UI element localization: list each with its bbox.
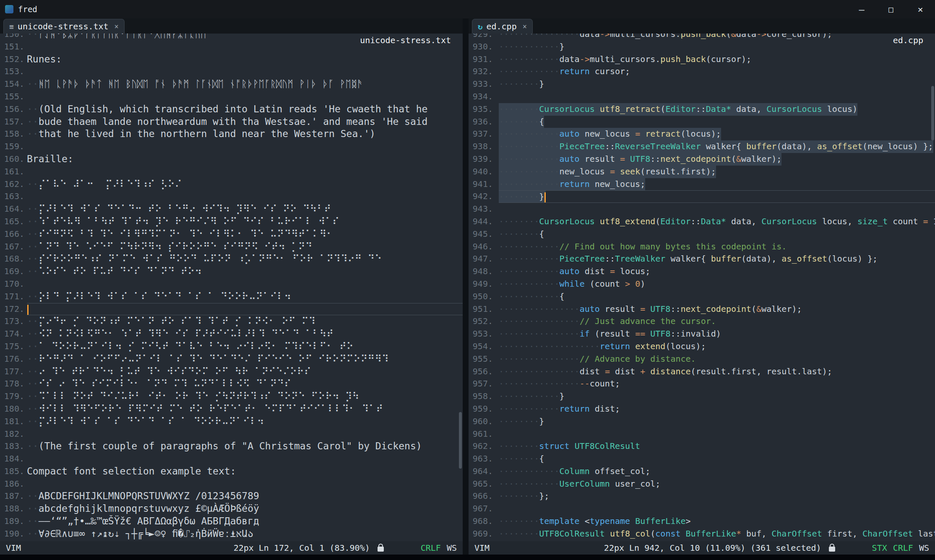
code-line[interactable]: ········}; xyxy=(499,490,935,503)
code-line[interactable]: ········{ xyxy=(499,116,935,128)
code-line[interactable]: ··⠩⠁⠇⠇ ⠝⠕⠞ ⠙⠊⠌⠥⠗⠃ ⠊⠞⠂ ⠕⠗ ⠹⠑ ⡊⠳⠝⠞⠗⠹⠰⠎ ⠙⠕⠝… xyxy=(27,390,463,403)
code-line[interactable]: ················if (result == UTF8::inva… xyxy=(499,328,935,340)
code-line[interactable]: ··⡎⠊⠗⠕⠕⠛⠑⠰⠎ ⠝⠁⠍⠑ ⠺⠁⠎ ⠛⠕⠕⠙ ⠥⠏⠕⠝ ⠰⡡⠁⠝⠛⠑⠂ ⠋… xyxy=(27,253,463,265)
code-line[interactable]: ············while (count > 0) xyxy=(499,278,935,290)
code-line[interactable]: ··⠺⠊⠇⠇ ⠹⠻⠑⠋⠕⠗⠑ ⠏⠻⠍⠊⠞ ⠍⠑ ⠞⠕ ⠗⠑⠏⠑⠁⠞⠂ ⠑⠍⠏⠙⠁… xyxy=(27,403,463,415)
code-line[interactable]: ··(Old English, which transcribed into L… xyxy=(27,103,463,116)
tab-close-icon[interactable]: × xyxy=(115,22,119,31)
code-line[interactable]: ········{ xyxy=(499,228,935,241)
code-line[interactable]: ··ABCDEFGHIJKLMNOPQRSTUVWXYZ /0123456789 xyxy=(27,490,463,503)
code-line[interactable]: ················--count; xyxy=(499,378,935,390)
code-line[interactable]: ············PieceTree::ReverseTreeWalker… xyxy=(499,140,935,153)
code-line[interactable]: ············auto result = UTF8::next_cod… xyxy=(499,153,935,166)
code-line[interactable]: ··ᚻᛖ ᚳᚹᚫᚦ ᚦᚫᛏ ᚻᛖ ᛒᚢᛞᛖ ᚩᚾ ᚦᚫᛗ ᛚᚪᚾᛞᛖ ᚾᚩᚱᚦᚹ… xyxy=(27,78,463,91)
code-line[interactable]: ··⠪⠝ ⠅⠝⠪⠇⠫⠛⠑⠂ ⠱⠁⠞ ⠹⠻⠑ ⠊⠎ ⠏⠜⠞⠊⠊⠥⠇⠜⠇⠹ ⠙⠑⠁⠙… xyxy=(27,328,463,340)
right-editor-area[interactable]: ed.cpp 929.················data->multi_c… xyxy=(469,34,935,541)
code-line[interactable] xyxy=(499,203,935,215)
code-line[interactable]: ··⠁⠝⠙ ⠹⠑ ⠡⠊⠑⠋ ⠍⠳⠗⠝⠻⠲ ⡎⠊⠗⠕⠕⠛⠑ ⠎⠊⠛⠝⠫ ⠊⠞⠲ ⡁… xyxy=(27,241,463,253)
code-line[interactable]: ········} xyxy=(499,415,935,428)
whitespace-dots: ············ xyxy=(499,279,560,289)
code-line[interactable] xyxy=(27,278,463,290)
code-line[interactable]: ············// Find out how many bytes t… xyxy=(499,241,935,253)
code-line[interactable]: ············return cursor; xyxy=(499,65,935,78)
left-editor-area[interactable]: unicode-stress.txt 150.··ᚠᛇᚻ᛫ᛒᛦᚦ᛫ᚠᚱᚩᚠᚢᚱ᛫… xyxy=(0,34,463,541)
code-line[interactable] xyxy=(27,303,463,316)
code-line[interactable]: ············data->multi_cursors.push_bac… xyxy=(499,53,935,66)
code-line[interactable]: ··⠊⠎ ⠔ ⠹⠑ ⠎⠊⠍⠊⠇⠑⠂ ⠁⠝⠙ ⠍⠹ ⠥⠝⠙⠁⠇⠇⠪⠫ ⠙⠁⠝⠙⠎ xyxy=(27,378,463,390)
code-line[interactable] xyxy=(499,91,935,103)
close-button[interactable]: × xyxy=(906,0,935,18)
code-line[interactable]: ················auto result = UTF8::next… xyxy=(499,303,935,316)
code-line[interactable]: ············PieceTree::TreeWalker walker… xyxy=(499,253,935,265)
left-scrollbar-thumb[interactable] xyxy=(459,412,462,469)
tab-close-icon[interactable]: × xyxy=(523,22,527,31)
code-line[interactable] xyxy=(27,166,463,178)
code-line[interactable]: ··–—‘“”„†•…‰™œŠŸž€ ΑΒΓΔΩαβγδω АБВГДабвгд xyxy=(27,515,463,528)
code-line[interactable]: ············return dist; xyxy=(499,403,935,415)
code-line[interactable] xyxy=(27,190,463,203)
code-line[interactable]: ········struct UTF8ColResult xyxy=(499,440,935,453)
code-line[interactable]: Compact font selection example text: xyxy=(27,465,463,478)
editor-row: 166.··⠎⠊⠛⠝⠫ ⠃⠹ ⠹⠑ ⠊⠇⠻⠛⠹⠍⠁⠝⠂ ⠹⠑ ⠊⠇⠻⠅⠂ ⠹⠑ … xyxy=(0,228,463,241)
code-line[interactable]: ··bude thaem lande northweardum with tha… xyxy=(27,116,463,128)
code-line[interactable]: ··⡌⠁⠧⠑ ⠼⠁⠒ ⡍⠜⠇⠑⠹⠰⠎ ⡣⠕⠌ xyxy=(27,178,463,191)
token: as_offset xyxy=(817,141,862,151)
code-line[interactable]: ··⡕⠇⠙ ⡍⠜⠇⠑⠹ ⠺⠁⠎ ⠁⠎ ⠙⠑⠁⠙ ⠁⠎ ⠁ ⠙⠕⠕⠗⠤⠝⠁⠊⠇⠲ xyxy=(27,290,463,303)
code-line[interactable]: ··⡍⠔⠙⠖ ⡊ ⠙⠕⠝⠰⠞ ⠍⠑⠁⠝ ⠞⠕ ⠎⠁⠹ ⠹⠁⠞ ⡊ ⠅⠝⠪⠂ ⠕⠋… xyxy=(27,315,463,328)
code-line[interactable]: ··(The first couple of paragraphs of "A … xyxy=(27,440,463,453)
code-line[interactable] xyxy=(27,140,463,153)
code-line[interactable]: ··⠔ ⠹⠑ ⠞⠗⠁⠙⠑⠲ ⡃⠥⠞ ⠹⠑ ⠺⠊⠎⠙⠕⠍ ⠕⠋ ⠳⠗ ⠁⠝⠊⠑⠌⠕… xyxy=(27,366,463,378)
code-line[interactable]: ··abcdefghijklmnopqrstuvwxyz £©µÀÆÖÞßéöÿ xyxy=(27,503,463,515)
editor-row: 183.··(The first couple of paragraphs of… xyxy=(0,440,463,453)
code-line[interactable] xyxy=(27,453,463,465)
code-line[interactable]: ··⠁ ⠙⠕⠕⠗⠤⠝⠁⠊⠇⠲ ⡊ ⠍⠊⠣⠞ ⠙⠁⠧⠑ ⠃⠑⠲ ⠔⠊⠇⠔⠫⠂ ⠍⠹… xyxy=(27,340,463,353)
code-line[interactable]: ············Column offset_col; xyxy=(499,465,935,478)
code-line[interactable]: ··⠗⠑⠛⠜⠙ ⠁ ⠊⠕⠋⠋⠔⠤⠝⠁⠊⠇ ⠁⠎ ⠹⠑ ⠙⠑⠁⠙⠑⠌ ⠏⠊⠑⠊⠑ … xyxy=(27,353,463,366)
tab-ed-cpp[interactable]: ↻ ed.cpp × xyxy=(472,19,533,34)
code-line[interactable]: ········template <typename BufferLike> xyxy=(499,515,935,528)
code-line[interactable] xyxy=(27,65,463,78)
code-line[interactable]: ········} xyxy=(499,190,935,203)
code-line[interactable]: Runes: xyxy=(27,53,463,66)
code-line[interactable] xyxy=(27,478,463,490)
code-line[interactable]: ········UTF8ColResult utf8_col(const Buf… xyxy=(499,528,935,540)
code-line[interactable]: ············} xyxy=(499,41,935,53)
code-line[interactable]: ··∀∂∈ℝ∧∪≡∞ ↑↗↨↻⇣ ┐┼╔╘►☺♀ ﬁ�⑀₂ἠḂӥẄɐː⍎אԱა xyxy=(27,528,463,540)
code-line[interactable]: ··⠡⠕⠎⠑ ⠞⠕ ⠏⠥⠞ ⠙⠊⠎ ⠙⠁⠝⠙ ⠞⠕⠲ xyxy=(27,265,463,278)
code-line[interactable] xyxy=(27,91,463,103)
code-line[interactable] xyxy=(499,503,935,515)
tab-unicode-stress-txt[interactable]: ≡ unicode-stress.txt × xyxy=(3,19,125,34)
code-line[interactable]: ················data->multi_cursors.push… xyxy=(499,34,935,41)
right-scrollbar-thumb[interactable] xyxy=(931,86,934,140)
pane-divider[interactable] xyxy=(463,18,469,555)
code-line[interactable]: ····················return extend(locus)… xyxy=(499,340,935,353)
code-line[interactable]: ··⡍⠜⠇⠑⠹ ⠺⠁⠎ ⠁⠎ ⠙⠑⠁⠙ ⠁⠎ ⠁ ⠙⠕⠕⠗⠤⠝⠁⠊⠇⠲ xyxy=(27,415,463,428)
code-line[interactable]: ········{ xyxy=(499,453,935,465)
code-line[interactable]: ········CursorLocus utf8_retract(Editor:… xyxy=(499,103,935,116)
code-line[interactable]: ············} xyxy=(499,390,935,403)
minimize-button[interactable]: — xyxy=(847,0,876,18)
code-line[interactable]: ················// Just advance the curs… xyxy=(499,315,935,328)
code-line[interactable]: ············UserColumn user_col; xyxy=(499,478,935,490)
code-line[interactable]: ········CursorLocus utf8_extend(Editor::… xyxy=(499,215,935,228)
token xyxy=(630,341,635,351)
code-line[interactable]: ················dist = dist + distance(r… xyxy=(499,366,935,378)
code-line[interactable]: ············{ xyxy=(499,290,935,303)
maximize-button[interactable]: □ xyxy=(876,0,906,18)
code-line[interactable]: ················// Advance by distance. xyxy=(499,353,935,366)
code-line[interactable]: ··that he lived in the northern land nea… xyxy=(27,128,463,140)
code-line[interactable]: ········} xyxy=(499,78,935,91)
code-line[interactable]: ··⠎⠊⠛⠝⠫ ⠃⠹ ⠹⠑ ⠊⠇⠻⠛⠹⠍⠁⠝⠂ ⠹⠑ ⠊⠇⠻⠅⠂ ⠹⠑ ⠥⠝⠙⠻… xyxy=(27,228,463,241)
code-line[interactable]: ··⠱⠁⠞⠑⠧⠻ ⠁⠃⠳⠞ ⠹⠁⠞⠲ ⡹⠑ ⠗⠑⠛⠊⠌⠻ ⠕⠋ ⠙⠊⠎ ⠃⠥⠗⠊… xyxy=(27,215,463,228)
code-line[interactable]: ············return new_locus; xyxy=(499,178,935,191)
code-line[interactable] xyxy=(499,428,935,441)
token: first, xyxy=(822,529,862,539)
code-line[interactable]: Braille: xyxy=(27,153,463,166)
right-editor-lines: 929.················data->multi_cursors.… xyxy=(469,34,935,540)
token: (result.first, result.last); xyxy=(691,366,832,376)
code-line[interactable]: ············auto dist = locus; xyxy=(499,265,935,278)
code-line[interactable] xyxy=(27,428,463,441)
code-line[interactable]: ··⡍⠜⠇⠑⠹ ⠺⠁⠎ ⠙⠑⠁⠙⠒ ⠞⠕ ⠃⠑⠛⠔ ⠺⠊⠹⠲ ⡹⠻⠑ ⠊⠎ ⠝⠕… xyxy=(27,203,463,215)
code-line[interactable]: ············auto new_locus = retract(loc… xyxy=(499,128,935,140)
code-line[interactable]: ············new_locus = seek(result.firs… xyxy=(499,166,935,178)
